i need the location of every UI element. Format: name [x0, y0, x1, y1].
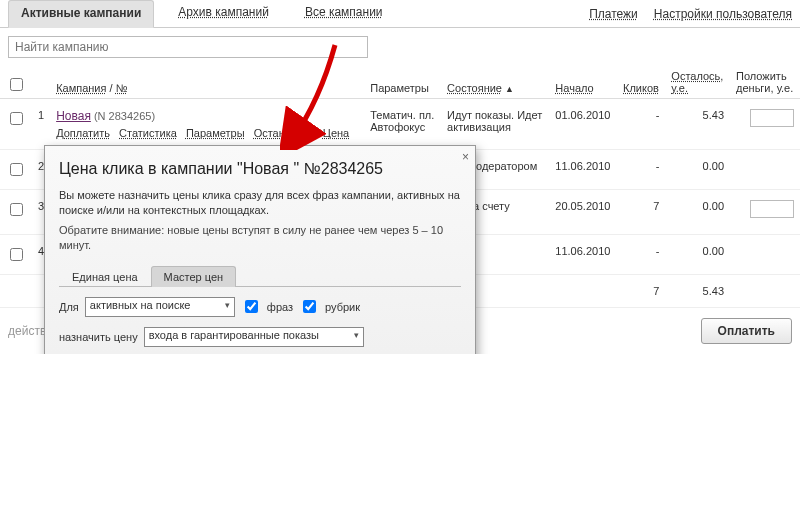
price-dialog: × Цена клика в кампании "Новая " №283426… — [44, 145, 476, 354]
row-start: 01.06.2010 — [549, 99, 617, 150]
row-clicks: - — [617, 150, 665, 190]
row-remaining: 0.00 — [665, 150, 730, 190]
col-remaining[interactable]: Осталось,у.е. — [671, 70, 723, 94]
totals-clicks: 7 — [617, 275, 665, 308]
action-stats[interactable]: Статистика — [119, 127, 177, 139]
col-clicks[interactable]: Кликов — [623, 82, 659, 94]
rubrics-checkbox[interactable] — [303, 300, 316, 313]
dialog-tabs: Единая цена Мастер цен — [59, 266, 461, 287]
col-state[interactable]: Состояние — [447, 82, 502, 94]
row-start: 11.06.2010 — [549, 150, 617, 190]
row-clicks: 7 — [617, 190, 665, 235]
link-user-settings[interactable]: Настройки пользователя — [654, 7, 792, 21]
for-label: Для — [59, 301, 79, 313]
dialog-title: Цена клика в кампании "Новая " №2834265 — [59, 160, 461, 178]
col-start[interactable]: Начало — [555, 82, 593, 94]
col-params: Параметры — [370, 82, 429, 94]
row-remaining: 0.00 — [665, 235, 730, 275]
row-clicks: - — [617, 99, 665, 150]
phrases-label: фраз — [267, 301, 293, 313]
row-start: 20.05.2010 — [549, 190, 617, 235]
tab-active-campaigns[interactable]: Активные кампании — [8, 0, 154, 28]
dialog-note: Обратите внимание: новые цены вступят в … — [59, 223, 461, 254]
dialog-intro: Вы можете назначить цены клика сразу для… — [59, 188, 461, 219]
row-params: Тематич. пл.Автофокус — [364, 99, 441, 150]
for-select[interactable]: активных на поиске — [85, 297, 235, 317]
col-number[interactable]: № — [116, 82, 128, 94]
tab-all[interactable]: Все кампании — [293, 0, 395, 28]
campaign-link[interactable]: Новая — [56, 109, 91, 123]
row-checkbox[interactable] — [10, 112, 23, 125]
close-icon[interactable]: × — [462, 150, 469, 164]
main-tabs: Активные кампании Архив кампаний Все кам… — [0, 0, 800, 28]
table-row: 1 Новая (N 2834265) Доплатить Статистика… — [0, 99, 800, 150]
sort-asc-icon: ▲ — [505, 84, 514, 94]
action-price[interactable]: Цена — [323, 127, 349, 139]
row-checkbox[interactable] — [10, 163, 23, 176]
action-stop[interactable]: Остановить — [254, 127, 314, 139]
pay-button[interactable]: Оплатить — [701, 318, 792, 344]
row-state: Идут показы. Идетактивизация — [441, 99, 549, 150]
row-remaining: 0.00 — [665, 190, 730, 235]
assign-select[interactable]: входа в гарантированные показы — [144, 327, 364, 347]
phrases-checkbox[interactable] — [245, 300, 258, 313]
totals-remaining: 5.43 — [665, 275, 730, 308]
select-all-checkbox[interactable] — [10, 78, 23, 91]
col-deposit: Положитьденьги, у.е. — [736, 70, 793, 94]
tab-archive[interactable]: Архив кампаний — [166, 0, 281, 28]
tab-price-master[interactable]: Мастер цен — [151, 266, 236, 287]
row-checkbox[interactable] — [10, 203, 23, 216]
action-pay[interactable]: Доплатить — [56, 127, 110, 139]
rubrics-label: рубрик — [325, 301, 360, 313]
campaign-number: (N 2834265) — [94, 110, 155, 122]
tab-single-price[interactable]: Единая цена — [59, 266, 151, 287]
row-remaining: 5.43 — [665, 99, 730, 150]
row-index: 1 — [32, 99, 50, 150]
row-start: 11.06.2010 — [549, 235, 617, 275]
deposit-input[interactable] — [750, 109, 794, 127]
row-clicks: - — [617, 235, 665, 275]
col-campaign[interactable]: Кампания — [56, 82, 106, 94]
search-input[interactable] — [8, 36, 368, 58]
assign-label: назначить цену — [59, 331, 138, 343]
action-params[interactable]: Параметры — [186, 127, 245, 139]
row-checkbox[interactable] — [10, 248, 23, 261]
deposit-input[interactable] — [750, 200, 794, 218]
link-payments[interactable]: Платежи — [589, 7, 638, 21]
